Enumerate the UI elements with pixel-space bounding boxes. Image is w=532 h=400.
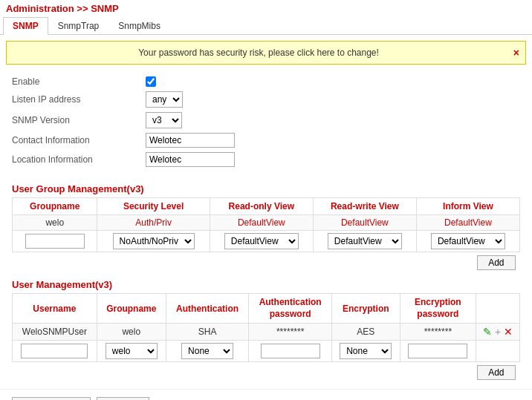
snmp-version-label: SNMP Version xyxy=(12,115,146,125)
user-group-table: Groupname Security Level Read-only View … xyxy=(12,197,520,273)
table-row: WeloSNMPUser welo SHA ******** AES *****… xyxy=(13,324,520,341)
group-input-row: NoAuth/NoPriv Auth/NoPriv Auth/Priv Defa… xyxy=(13,231,520,252)
um-new-groupname-cell: welo xyxy=(97,341,166,362)
page-title: Administration >> SNMP xyxy=(6,3,119,14)
location-input[interactable] xyxy=(146,152,235,167)
header: Administration >> SNMP xyxy=(0,0,532,17)
cell-groupname: welo xyxy=(13,215,97,231)
warning-banner[interactable]: Your password has security risk, please … xyxy=(6,41,526,65)
um-cell-actions: ✎ + ✕ xyxy=(476,324,520,341)
col-readwrite-view: Read-write View xyxy=(313,198,416,215)
new-readonly-cell: DefaultView xyxy=(210,231,313,252)
new-security-select[interactable]: NoAuth/NoPriv Auth/NoPriv Auth/Priv xyxy=(113,233,195,249)
listen-ip-label: Listen IP address xyxy=(12,94,146,105)
contact-input[interactable] xyxy=(146,133,235,148)
enable-label: Enable xyxy=(12,76,146,87)
enable-row: Enable xyxy=(12,76,520,87)
um-cell-auth-pass: ******** xyxy=(249,324,332,341)
um-new-auth-cell: None SHA MD5 xyxy=(166,341,249,362)
new-inform-select[interactable]: DefaultView xyxy=(431,233,505,249)
new-readwrite-select[interactable]: DefaultView xyxy=(328,233,402,249)
um-new-auth-select[interactable]: None SHA MD5 xyxy=(181,343,233,359)
col-inform-view: Inform View xyxy=(416,198,519,215)
table-row: welo Auth/Priv DefaultView DefaultView D… xyxy=(13,215,520,231)
location-label: Location Information xyxy=(12,154,146,165)
user-add-row: Add xyxy=(13,362,520,384)
cell-inform-view: DefaultView xyxy=(416,215,519,231)
delete-icon[interactable]: ✕ xyxy=(504,326,513,338)
copy-icon[interactable]: + xyxy=(495,326,501,338)
contact-label: Contact Information xyxy=(12,135,146,145)
new-groupname-cell xyxy=(13,231,97,252)
um-new-groupname-select[interactable]: welo xyxy=(106,343,158,359)
tab-snmpmibs[interactable]: SnmpMibs xyxy=(108,17,170,34)
um-new-enc-pass-cell xyxy=(400,341,476,362)
col-groupname: Groupname xyxy=(13,198,97,215)
user-input-row: welo None SHA MD5 None AES DES xyxy=(13,341,520,362)
um-col-groupname: Groupname xyxy=(97,294,166,324)
cancel-button[interactable]: Cancel xyxy=(97,397,149,400)
warning-text: Your password has security risk, please … xyxy=(138,47,379,58)
um-new-enc-pass-input[interactable] xyxy=(408,344,467,358)
user-group-header: User Group Management(v3) xyxy=(0,177,532,197)
user-management-table: Username Groupname Authentication Authen… xyxy=(12,293,520,383)
user-add-button[interactable]: Add xyxy=(477,365,515,380)
tab-bar: SNMP SnmpTrap SnmpMibs xyxy=(0,17,532,35)
um-new-actions-cell xyxy=(476,341,520,362)
um-new-username-input[interactable] xyxy=(21,344,88,358)
um-new-auth-pass-cell xyxy=(249,341,332,362)
um-col-actions xyxy=(476,294,520,324)
enable-checkbox[interactable] xyxy=(146,76,156,87)
um-cell-enc-pass: ******** xyxy=(400,324,476,341)
edit-icon[interactable]: ✎ xyxy=(483,326,492,338)
group-add-row: Add xyxy=(13,252,520,274)
footer-buttons: Apply & Save Cancel xyxy=(0,389,532,400)
user-management-header: User Management(v3) xyxy=(0,273,532,293)
um-col-enc-password: Encryptionpassword xyxy=(400,294,476,324)
new-readwrite-cell: DefaultView xyxy=(313,231,416,252)
new-groupname-input[interactable] xyxy=(25,234,85,249)
um-col-authentication: Authentication xyxy=(166,294,249,324)
col-readonly-view: Read-only View xyxy=(210,198,313,215)
um-new-auth-pass-input[interactable] xyxy=(261,344,320,358)
new-readonly-select[interactable]: DefaultView xyxy=(224,233,299,249)
new-security-cell: NoAuth/NoPriv Auth/NoPriv Auth/Priv xyxy=(97,231,210,252)
cell-readonly-view: DefaultView xyxy=(210,215,313,231)
cell-readwrite-view: DefaultView xyxy=(313,215,416,231)
location-row: Location Information xyxy=(12,152,520,167)
snmp-version-select[interactable]: v3 v1 v2c xyxy=(146,112,182,128)
listen-ip-select[interactable]: any xyxy=(146,91,183,108)
snmp-version-row: SNMP Version v3 v1 v2c xyxy=(12,112,520,128)
cell-security-level: Auth/Priv xyxy=(97,215,210,231)
tab-snmp[interactable]: SNMP xyxy=(3,17,48,35)
um-new-enc-select[interactable]: None AES DES xyxy=(340,343,392,359)
um-col-auth-password: AuthenticationAuthentication passwordpas… xyxy=(249,294,332,324)
um-cell-username: WeloSNMPUser xyxy=(13,324,97,341)
group-add-button[interactable]: Add xyxy=(477,255,515,270)
um-col-username: Username xyxy=(13,294,97,324)
listen-ip-row: Listen IP address any xyxy=(12,91,520,108)
um-new-enc-cell: None AES DES xyxy=(331,341,400,362)
um-new-username-cell xyxy=(13,341,97,362)
apply-save-button[interactable]: Apply & Save xyxy=(12,397,91,400)
contact-row: Contact Information xyxy=(12,133,520,148)
col-security-level: Security Level xyxy=(97,198,210,215)
close-icon[interactable]: × xyxy=(513,47,519,59)
um-cell-groupname: welo xyxy=(97,324,166,341)
um-col-encryption: Encryption xyxy=(331,294,400,324)
um-cell-auth: SHA xyxy=(166,324,249,341)
um-cell-enc: AES xyxy=(331,324,400,341)
new-inform-cell: DefaultView xyxy=(416,231,519,252)
snmp-form: Enable Listen IP address any SNMP Versio… xyxy=(0,71,532,177)
tab-snmptrap[interactable]: SnmpTrap xyxy=(48,17,109,34)
